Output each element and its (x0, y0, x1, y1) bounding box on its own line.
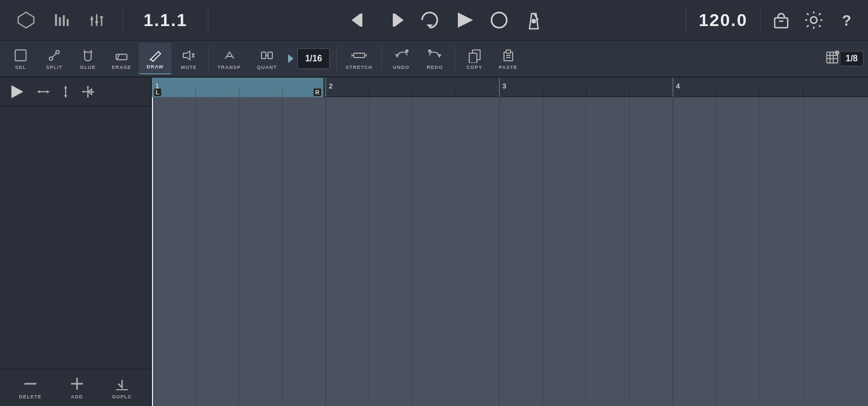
beat-4-marker: 4 (673, 78, 680, 97)
grid-sub-line (629, 97, 630, 406)
grid-sub-line (586, 97, 586, 406)
sub-beat-line (282, 88, 283, 97)
sub-beat-line (542, 88, 543, 97)
svg-point-48 (428, 49, 431, 53)
mixer-button[interactable] (47, 7, 77, 33)
both-resize-tool[interactable] (81, 85, 95, 99)
glue-tool-label: GLUE (80, 65, 95, 70)
right-icons: ? (770, 9, 857, 31)
sel-tool-button[interactable]: SEL (4, 43, 37, 74)
svg-rect-3 (63, 15, 65, 26)
rewind-button[interactable] (348, 8, 372, 32)
grid-sub-line (542, 97, 543, 406)
erase-tool-button[interactable]: ERASE (105, 43, 138, 74)
draw-tool-button[interactable]: DRAW (139, 43, 171, 74)
help-button[interactable]: ? (835, 9, 857, 31)
second-toolbar: SEL SPLIT GLUE ERASE DRAW (0, 41, 868, 78)
sel-tool-label: SEL (15, 65, 27, 70)
grid-sub-line (760, 97, 760, 406)
position-display[interactable]: 1.1.1 (133, 10, 198, 30)
top-toolbar: 1.1.1 (0, 0, 868, 41)
logo-button[interactable] (11, 7, 41, 33)
grid-area[interactable]: L R 1 2 3 4 (152, 78, 868, 406)
mute-tool-label: MUTE (181, 65, 197, 70)
toolbar-divider-undo (381, 46, 382, 72)
svg-marker-67 (64, 95, 67, 98)
eq-button[interactable] (82, 7, 113, 33)
metronome-button[interactable] (522, 8, 546, 32)
duplc-label: DUPLC (112, 394, 132, 399)
mute-tool-button[interactable]: MUTE (173, 43, 205, 74)
grid-sub-line (163, 97, 163, 406)
svg-line-28 (52, 53, 56, 58)
svg-rect-14 (393, 14, 395, 27)
grid-sub-line (250, 97, 250, 406)
undo-label: UNDO (393, 65, 410, 70)
play-button[interactable] (452, 8, 476, 32)
svg-marker-47 (437, 54, 442, 58)
svg-rect-38 (268, 52, 272, 59)
grid-sub-line (271, 97, 272, 406)
record-button[interactable] (487, 8, 511, 32)
shop-button[interactable] (770, 9, 792, 31)
svg-text:?: ? (842, 12, 851, 29)
svg-rect-21 (775, 18, 788, 28)
loop-end-marker[interactable]: R (314, 88, 321, 96)
redo-button[interactable]: REDO (419, 43, 451, 74)
svg-line-31 (117, 54, 119, 60)
svg-point-60 (835, 50, 839, 55)
left-panel-empty (0, 106, 151, 369)
undo-button[interactable]: UNDO (385, 43, 418, 74)
toolbar-divider-copy (455, 46, 455, 72)
delete-button[interactable]: DELETE (19, 376, 42, 399)
grid-beat-line (326, 97, 326, 406)
left-panel-bottom: DELETE ADD DUPLC (0, 369, 151, 406)
skip-forward-button[interactable] (383, 8, 407, 32)
copy-button[interactable]: COPY (458, 43, 491, 74)
svg-point-23 (810, 17, 817, 23)
vertical-resize-tool[interactable] (59, 85, 73, 99)
sub-beat-line (369, 88, 369, 97)
grid-sub-line (315, 97, 315, 406)
snap-value[interactable] (825, 50, 840, 67)
quantize-value[interactable]: 1/16 (297, 48, 330, 69)
svg-marker-72 (87, 86, 89, 88)
sub-beat-line (586, 88, 586, 97)
grid-sub-line (228, 97, 228, 406)
play-button-left[interactable] (8, 83, 25, 100)
paste-button[interactable]: PASTE (492, 43, 525, 74)
svg-rect-9 (95, 21, 98, 23)
split-tool-button[interactable]: SPLIT (38, 43, 71, 74)
tempo-display[interactable]: 120.0 (696, 10, 750, 30)
svg-line-32 (150, 59, 151, 60)
toolbar-divider-3 (686, 7, 686, 34)
grid-sub-line (184, 97, 185, 406)
timeline-ruler[interactable]: L R 1 2 3 4 (152, 78, 868, 97)
svg-rect-12 (360, 14, 362, 27)
arrange-tools (36, 85, 95, 99)
sub-beat-line (803, 88, 803, 97)
loop-region[interactable]: L R (152, 78, 323, 97)
snap-value-display[interactable]: 1/8 (840, 51, 864, 66)
glue-tool-button[interactable]: GLUE (72, 43, 104, 74)
svg-marker-16 (458, 12, 473, 28)
add-button[interactable]: ADD (69, 376, 85, 399)
paste-label: PASTE (499, 65, 517, 70)
svg-point-17 (492, 12, 507, 28)
grid-sub-line (456, 97, 456, 406)
transp-tool-button[interactable]: TRANSP (212, 43, 246, 74)
grid-sub-line (369, 97, 369, 406)
horizontal-resize-tool[interactable] (36, 85, 50, 99)
grid-content[interactable] (152, 97, 868, 406)
loop-button[interactable] (418, 8, 442, 32)
settings-button[interactable] (803, 9, 825, 31)
quant-tool-button[interactable]: QUANT (251, 43, 283, 74)
duplc-button[interactable]: DUPLC (112, 376, 132, 399)
grid-beat-line (673, 97, 673, 406)
beat-1-marker: 1 (152, 78, 159, 97)
grid-sub-line (412, 97, 413, 406)
sub-beat-line (412, 88, 413, 97)
stretch-tool-button[interactable]: STRETCH (340, 43, 378, 74)
copy-label: COPY (467, 65, 483, 70)
quant-tool-label: QUANT (257, 65, 277, 70)
